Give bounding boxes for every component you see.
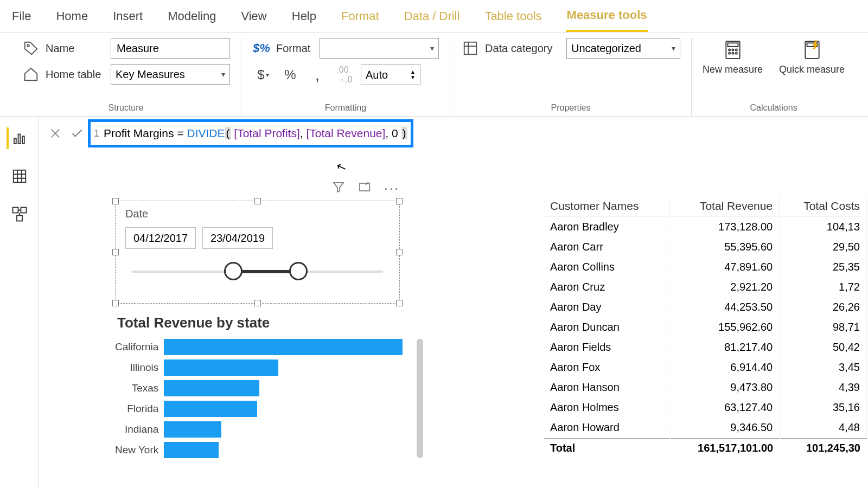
resize-handle[interactable] — [112, 198, 119, 204]
name-input[interactable] — [111, 38, 230, 59]
tab-help[interactable]: Help — [291, 2, 317, 31]
resize-handle[interactable] — [254, 198, 261, 204]
tab-table-tools[interactable]: Table tools — [483, 2, 542, 31]
bar[interactable] — [164, 380, 259, 396]
bar-category-labels: CaliforniaIllinoisTexasFloridaIndianaNew… — [115, 339, 158, 458]
line-number: 1 — [94, 128, 99, 139]
resize-handle[interactable] — [112, 300, 119, 306]
formula-input[interactable]: 1 Profit Margins = DIVIDE( [Total Profit… — [88, 119, 413, 147]
table-row[interactable]: Aaron Collins47,891.6025,35 — [544, 258, 867, 277]
table-header[interactable]: Total Costs — [781, 196, 867, 216]
svg-rect-14 — [22, 136, 24, 144]
resize-handle[interactable] — [396, 300, 403, 306]
decimals-stepper[interactable]: Auto▲▼ — [361, 65, 420, 85]
table-row[interactable]: Aaron Fields81,217.4050,42 — [544, 338, 867, 357]
table-cell: 55,395.60 — [671, 237, 780, 256]
bar[interactable] — [164, 401, 257, 417]
resize-handle[interactable] — [396, 249, 403, 255]
table-cell: Aaron Howard — [544, 418, 669, 437]
nav-data-view[interactable] — [9, 165, 30, 187]
table-row[interactable]: Aaron Fox6,914.403,45 — [544, 358, 867, 377]
table-row[interactable]: Aaron Duncan155,962.6098,71 — [544, 318, 867, 337]
left-nav — [0, 117, 39, 488]
svg-point-4 — [729, 49, 730, 50]
table-row[interactable]: Aaron Holmes63,127.4035,16 — [544, 398, 867, 417]
tab-data-drill[interactable]: Data / Drill — [403, 2, 461, 31]
more-options-icon[interactable]: ··· — [384, 181, 399, 196]
table-cell: 4,39 — [781, 378, 867, 397]
formula-cancel-button[interactable] — [44, 123, 66, 144]
nav-model-view[interactable] — [9, 203, 30, 225]
format-select[interactable]: ▾ — [320, 38, 439, 59]
customer-table-visual[interactable]: Customer NamesTotal RevenueTotal Costs A… — [542, 195, 868, 459]
bar[interactable] — [164, 421, 221, 438]
tab-format[interactable]: Format — [340, 2, 380, 31]
table-row[interactable]: Aaron Day44,253.5026,26 — [544, 298, 867, 317]
tab-home[interactable]: Home — [55, 2, 89, 31]
table-row[interactable]: Aaron Cruz2,921.201,72 — [544, 278, 867, 297]
slicer-title: Date — [125, 208, 148, 220]
date-from-input[interactable]: 04/12/2017 — [125, 227, 196, 249]
svg-point-8 — [732, 53, 733, 54]
table-header[interactable]: Customer Names — [544, 196, 669, 216]
tab-modeling[interactable]: Modeling — [167, 2, 217, 31]
table-row[interactable]: Aaron Bradley173,128.00104,13 — [544, 217, 867, 236]
chevron-down-icon: ▾ — [672, 44, 675, 53]
resize-handle[interactable] — [396, 198, 403, 204]
date-to-input[interactable]: 23/04/2019 — [202, 227, 273, 249]
table-row[interactable]: Aaron Carr55,395.6029,50 — [544, 237, 867, 256]
resize-handle[interactable] — [112, 249, 119, 255]
tab-insert[interactable]: Insert — [112, 2, 144, 31]
table-header[interactable]: Total Revenue — [671, 196, 780, 216]
focus-mode-icon[interactable] — [358, 181, 373, 196]
svg-point-5 — [732, 49, 733, 50]
svg-rect-15 — [13, 170, 25, 183]
svg-rect-19 — [360, 183, 369, 191]
slider-handle-to[interactable] — [289, 262, 308, 280]
table-row[interactable]: Aaron Hanson9,473.804,39 — [544, 378, 867, 397]
group-formatting: $% Format ▾ $▾ % , .00→.0 Auto▲▼ Formatt… — [241, 38, 450, 116]
chevron-down-icon[interactable]: ▼ — [410, 75, 416, 80]
resize-handle[interactable] — [254, 300, 261, 306]
table-cell: Aaron Day — [544, 298, 669, 317]
nav-report-view[interactable] — [7, 127, 28, 149]
table-cell: Aaron Cruz — [544, 278, 669, 297]
chart-scrollbar[interactable] — [417, 339, 423, 458]
bar[interactable] — [164, 339, 403, 355]
group-properties: Data category Uncategorized▾ Properties — [450, 38, 692, 116]
group-label-structure: Structure — [22, 101, 230, 116]
home-table-label: Home table — [46, 68, 105, 81]
chevron-down-icon: ▾ — [221, 70, 225, 79]
tab-view[interactable]: View — [240, 2, 267, 31]
home-icon — [22, 65, 40, 84]
group-label-formatting: Formatting — [252, 101, 439, 116]
format-icon: $% — [252, 39, 271, 57]
svg-rect-16 — [12, 208, 18, 213]
bar[interactable] — [164, 442, 219, 458]
tab-file[interactable]: File — [11, 2, 32, 31]
tab-measure-tools[interactable]: Measure tools — [566, 1, 648, 32]
format-label: Format — [276, 42, 314, 55]
group-label-properties: Properties — [461, 101, 680, 116]
data-category-select[interactable]: Uncategorized▾ — [566, 38, 680, 59]
table-cell: 1,72 — [781, 278, 867, 297]
percent-button[interactable]: % — [279, 64, 301, 86]
group-label-calculations: Calculations — [703, 101, 845, 116]
new-measure-button[interactable]: New measure — [703, 38, 763, 76]
table-row[interactable]: Aaron Howard9,346.504,48 — [544, 418, 867, 437]
table-cell: 35,16 — [781, 398, 867, 417]
date-slicer-visual[interactable]: ··· Date 04/12/2017 23/04/2019 — [115, 201, 400, 304]
currency-button[interactable]: $▾ — [252, 64, 274, 86]
svg-rect-1 — [464, 42, 477, 55]
table-cell: 44,253.50 — [671, 298, 780, 317]
home-table-select[interactable]: Key Measures▾ — [111, 64, 230, 85]
bar[interactable] — [164, 359, 278, 376]
thousands-button[interactable]: , — [307, 64, 328, 86]
quick-measure-button[interactable]: Quick measure — [779, 38, 845, 76]
slider-track[interactable] — [132, 271, 383, 273]
table-cell: 81,217.40 — [671, 338, 780, 357]
filter-icon[interactable] — [332, 181, 347, 196]
formula-commit-button[interactable] — [66, 123, 88, 144]
slider-handle-from[interactable] — [224, 262, 242, 280]
decimal-button[interactable]: .00→.0 — [334, 64, 355, 86]
